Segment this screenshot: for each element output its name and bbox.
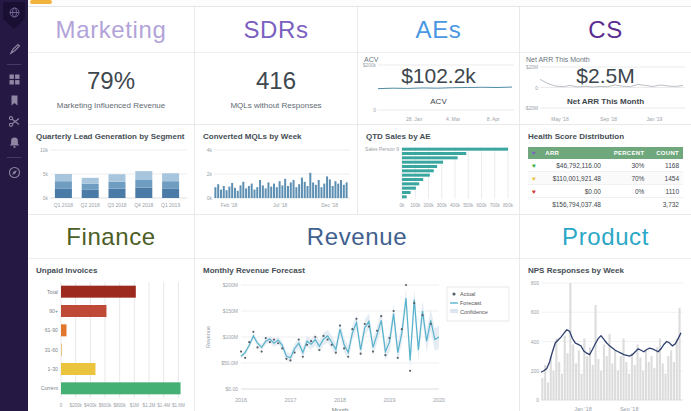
health-col-heart-icon[interactable]: ♥ [528, 147, 541, 159]
converted-mqls-card[interactable]: Converted MQLs by Week 0k2k4kFeb '18Jul … [195, 125, 358, 215]
svg-text:300k: 300k [437, 203, 448, 208]
svg-text:$200k: $200k [69, 403, 82, 408]
svg-text:400k: 400k [450, 203, 461, 208]
health-count: 1110 [648, 185, 683, 198]
quarterly-leads-chart: 0k5k10kQ1 2018Q2 2018Q3 2018Q4 2018Q1 20… [34, 143, 189, 211]
svg-text:$50.0M: $50.0M [221, 360, 238, 366]
svg-text:100k: 100k [410, 203, 421, 208]
health-percent: 0% [605, 185, 648, 198]
converted-mqls-chart: 0k2k4kFeb '18Jul '18Dec '18 [201, 143, 352, 211]
svg-text:800k: 800k [503, 203, 514, 208]
marketing-section-title: Marketing [56, 16, 167, 44]
compass-icon[interactable] [8, 166, 21, 179]
logo-button[interactable] [3, 2, 25, 29]
svg-text:5k: 5k [43, 171, 49, 177]
aes-section: AEs ACV $200k028. Jan4. Mar8. Apr $102.2… [358, 7, 520, 125]
svg-text:Jul '18: Jul '18 [273, 202, 288, 208]
qtd-sales-card[interactable]: QTD Sales by AE 0k100k200k300k400k500k60… [358, 125, 520, 215]
svg-text:4. Mar: 4. Mar [446, 116, 461, 122]
sidebar [0, 0, 28, 411]
svg-text:Q3 2018: Q3 2018 [107, 202, 126, 208]
dashboards-grid-icon[interactable] [8, 73, 21, 86]
svg-text:$400k: $400k [84, 403, 97, 408]
converted-mqls-title: Converted MQLs by Week [195, 125, 357, 143]
health-col-count[interactable]: COUNT [648, 147, 683, 159]
heart-icon: ♥ [528, 185, 541, 198]
acv-kpi-card[interactable]: ACV $200k028. Jan4. Mar8. Apr $102.2k AC… [358, 53, 519, 124]
svg-text:Sep '18: Sep '18 [600, 116, 617, 122]
spacer [605, 198, 648, 211]
marketing-kpi-label: Marketing Influenced Revenue [57, 101, 166, 110]
product-section: Product NPS Responses by Week 0200400600… [520, 215, 691, 411]
toolbar-badge[interactable] [30, 0, 52, 4]
design-brush-icon[interactable] [8, 43, 21, 56]
acv-kpi-label: ACV [358, 97, 519, 106]
svg-text:2018: 2018 [334, 397, 346, 403]
svg-text:Month: Month [332, 407, 349, 411]
svg-text:$0.00: $0.00 [225, 386, 238, 392]
scissors-icon[interactable] [8, 115, 21, 128]
health-total-row: $156,794,037.483,732 [528, 198, 683, 211]
heart-icon: ♥ [528, 172, 541, 185]
svg-text:2017: 2017 [284, 397, 296, 403]
health-table: ♥ARRPERCENTCOUNT♥$46,792,116.0030%1168♥$… [528, 147, 683, 210]
health-arr: $46,792,116.00 [541, 159, 605, 172]
health-score-card[interactable]: Health Score Distribution ♥ARRPERCENTCOU… [520, 125, 691, 215]
qtd-sales-title: QTD Sales by AE [358, 125, 519, 143]
svg-text:Total: Total [47, 289, 58, 295]
svg-text:500k: 500k [463, 203, 474, 208]
svg-text:Q1 2018: Q1 2018 [54, 202, 73, 208]
finance-section: Finance Unpaid Invoices 0$200k$400k$600k… [28, 215, 195, 411]
svg-text:0k: 0k [207, 195, 213, 201]
bookmark-icon[interactable] [8, 94, 21, 107]
health-col-arr[interactable]: ARR [541, 147, 605, 159]
svg-text:Dec '18: Dec '18 [321, 202, 338, 208]
quarterly-leads-title: Quarterly Lead Generation by Segment [28, 125, 194, 143]
svg-text:600k: 600k [477, 203, 488, 208]
svg-text:$1.4M: $1.4M [157, 403, 170, 408]
finance-section-title: Finance [66, 223, 156, 251]
svg-text:2k: 2k [207, 171, 213, 177]
dashboard: Marketing 79% Marketing Influenced Reven… [0, 0, 691, 411]
svg-text:0k: 0k [400, 203, 406, 208]
unpaid-invoices-title: Unpaid Invoices [28, 259, 194, 277]
svg-text:Jan '18: Jan '18 [574, 406, 592, 411]
svg-text:200k: 200k [424, 203, 435, 208]
sdrs-section: SDRs 416 MQLs without Responses [195, 7, 358, 125]
health-row[interactable]: ♥$110,001,921.4870%1454 [528, 172, 683, 185]
cs-section-title: CS [588, 16, 623, 44]
svg-text:$1.6M: $1.6M [172, 403, 185, 408]
health-count: 1454 [648, 172, 683, 185]
sdrs-kpi-card[interactable]: 416 MQLs without Responses [195, 53, 357, 124]
marketing-kpi-card[interactable]: 79% Marketing Influenced Revenue [28, 53, 194, 124]
alerts-bell-icon[interactable] [8, 136, 21, 149]
svg-text:Confidence: Confidence [460, 309, 488, 315]
svg-text:2019: 2019 [383, 397, 395, 403]
health-col-percent[interactable]: PERCENT [605, 147, 648, 159]
health-percent: 70% [605, 172, 648, 185]
svg-text:Actual: Actual [460, 291, 475, 297]
svg-text:61-90: 61-90 [45, 327, 58, 333]
svg-text:28. Jan: 28. Jan [406, 116, 423, 122]
sidebar-divider [7, 64, 21, 65]
health-row[interactable]: ♥$0.000%1110 [528, 185, 683, 198]
net-arr-kpi-card[interactable]: Net ARR This Month $20M0-$20MMay '18Sep … [520, 53, 691, 124]
net-arr-kpi-value: $2.5M [520, 64, 691, 88]
aes-section-title: AEs [416, 16, 462, 44]
svg-text:Feb '18: Feb '18 [221, 202, 238, 208]
svg-text:Q4 2018: Q4 2018 [134, 202, 153, 208]
svg-text:0: 0 [373, 108, 376, 113]
quarterly-leads-card[interactable]: Quarterly Lead Generation by Segment 0k5… [28, 125, 195, 215]
heart-icon: ♥ [528, 159, 541, 172]
svg-text:1-30: 1-30 [48, 366, 58, 372]
svg-text:Sep '18: Sep '18 [620, 406, 638, 411]
svg-text:$150M: $150M [223, 308, 238, 314]
health-arr: $0.00 [541, 185, 605, 198]
acv-kpi-value: $102.2k [358, 64, 519, 88]
sidebar-divider [7, 157, 21, 158]
svg-text:-$20M: -$20M [524, 106, 538, 111]
svg-text:Forecast: Forecast [460, 300, 482, 306]
svg-text:$100M: $100M [223, 334, 238, 340]
health-row[interactable]: ♥$46,792,116.0030%1168 [528, 159, 683, 172]
svg-text:2020: 2020 [433, 397, 445, 403]
